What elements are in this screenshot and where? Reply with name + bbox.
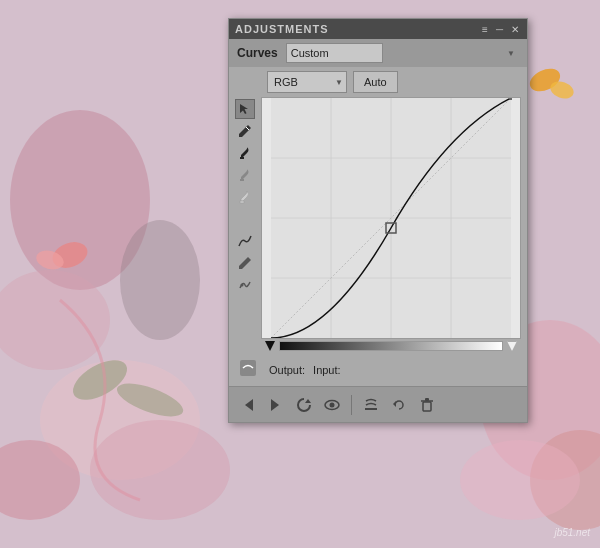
curve-canvas[interactable]	[261, 97, 521, 339]
gray-eyedropper-tool[interactable]	[235, 165, 255, 185]
panel-header: Curves Custom Default Strong Contrast In…	[229, 39, 527, 67]
output-icon-spacer	[239, 359, 261, 380]
previous-state-button[interactable]	[237, 394, 259, 416]
curve-area-container	[235, 97, 521, 353]
panel-footer	[229, 386, 527, 422]
svg-rect-15	[240, 157, 244, 159]
panel-close-button[interactable]: ✕	[509, 24, 521, 35]
svg-rect-30	[240, 360, 256, 376]
curve-svg[interactable]	[262, 98, 520, 338]
gradient-slider-row	[261, 339, 521, 353]
panel-title: ADJUSTMENTS	[235, 23, 329, 35]
svg-marker-31	[245, 399, 253, 411]
pencil-mode-tool[interactable]	[235, 253, 255, 273]
input-label: Input:	[313, 364, 341, 376]
curve-canvas-wrapper	[261, 97, 521, 353]
svg-rect-36	[365, 408, 377, 410]
auto-button[interactable]: Auto	[353, 71, 398, 93]
preset-select-wrapper: Custom Default Strong Contrast Increase …	[286, 43, 519, 63]
tool-spacer	[235, 209, 257, 229]
watermark: jb51.net	[554, 527, 590, 538]
clip-to-below-button[interactable]	[360, 394, 382, 416]
svg-marker-32	[271, 399, 279, 411]
panel-body: RGB Red Green Blue Auto	[229, 67, 527, 386]
svg-point-35	[330, 402, 335, 407]
svg-rect-40	[425, 398, 429, 401]
gradient-bar	[279, 341, 503, 351]
svg-marker-33	[305, 399, 311, 403]
visibility-button[interactable]	[321, 394, 343, 416]
smooth-tool[interactable]	[235, 275, 255, 295]
white-point-triangle[interactable]	[507, 341, 517, 351]
reset-button[interactable]	[293, 394, 315, 416]
svg-marker-37	[393, 401, 396, 407]
svg-rect-17	[240, 201, 244, 203]
left-tools	[235, 97, 257, 353]
svg-rect-16	[240, 179, 244, 181]
channel-select[interactable]: RGB Red Green Blue	[267, 71, 347, 93]
output-input-row: Output: Input:	[235, 357, 521, 382]
panel-minimize-button[interactable]: ─	[494, 24, 505, 35]
delete-button[interactable]	[416, 394, 438, 416]
panel-titlebar: ADJUSTMENTS ≡ ─ ✕	[229, 19, 527, 39]
footer-separator	[351, 395, 352, 415]
svg-rect-38	[423, 402, 431, 411]
curve-mode-tool[interactable]	[235, 231, 255, 251]
black-eyedropper-tool[interactable]	[235, 143, 255, 163]
white-eyedropper-tool[interactable]	[235, 187, 255, 207]
pencil-draw-tool[interactable]	[235, 121, 255, 141]
pointer-tool[interactable]	[235, 99, 255, 119]
output-label: Output:	[269, 364, 305, 376]
svg-point-18	[241, 284, 244, 287]
panel-controls: ≡ ─ ✕	[480, 24, 521, 35]
adjustments-panel: ADJUSTMENTS ≡ ─ ✕ Curves Custom Default …	[228, 18, 528, 423]
refresh-button[interactable]	[388, 394, 410, 416]
channel-select-wrapper: RGB Red Green Blue	[267, 71, 347, 93]
panel-menu-button[interactable]: ≡	[480, 24, 490, 35]
black-point-triangle[interactable]	[265, 341, 275, 351]
preset-select[interactable]: Custom Default Strong Contrast Increase …	[286, 43, 383, 63]
next-state-button[interactable]	[265, 394, 287, 416]
curves-label: Curves	[237, 46, 278, 60]
channel-row: RGB Red Green Blue Auto	[235, 71, 521, 93]
